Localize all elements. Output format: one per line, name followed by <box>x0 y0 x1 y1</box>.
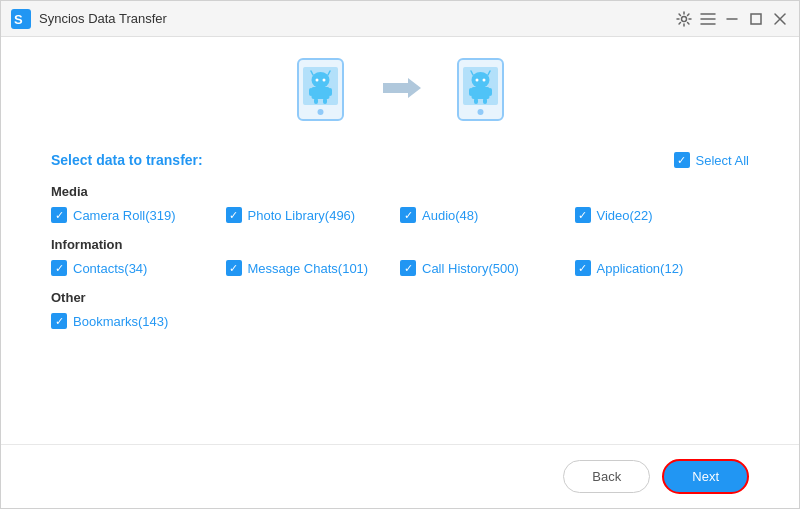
svg-rect-20 <box>328 88 332 96</box>
list-item[interactable]: ✓Message Chats(101) <box>226 260 401 276</box>
select-data-label: Select data to transfer: <box>51 152 203 168</box>
list-item[interactable]: ✓Video(22) <box>575 207 750 223</box>
check-icon: ✓ <box>55 263 64 274</box>
svg-rect-36 <box>483 98 487 104</box>
settings-icon[interactable] <box>675 10 693 28</box>
category-title-1: Information <box>51 237 749 252</box>
svg-rect-35 <box>474 98 478 104</box>
items-row-0: ✓Camera Roll(319)✓Photo Library(496)✓Aud… <box>51 207 749 223</box>
list-item[interactable]: ✓Photo Library(496) <box>226 207 401 223</box>
select-header: Select data to transfer: ✓ Select All <box>51 152 749 168</box>
list-item <box>226 313 401 329</box>
svg-rect-7 <box>751 14 761 24</box>
checkbox-0-2[interactable]: ✓ <box>400 207 416 223</box>
list-item[interactable]: ✓Camera Roll(319) <box>51 207 226 223</box>
category-title-2: Other <box>51 290 749 305</box>
check-icon: ✓ <box>578 263 587 274</box>
bottom-bar: Back Next <box>1 444 799 508</box>
check-icon: ✓ <box>404 210 413 221</box>
item-label-1-2[interactable]: Call History(500) <box>422 261 519 276</box>
list-item[interactable]: ✓Call History(500) <box>400 260 575 276</box>
item-label-1-1[interactable]: Message Chats(101) <box>248 261 369 276</box>
checkbox-1-1[interactable]: ✓ <box>226 260 242 276</box>
svg-point-15 <box>322 79 325 82</box>
minimize-icon[interactable] <box>723 10 741 28</box>
transfer-arrow <box>378 73 423 107</box>
svg-point-27 <box>471 72 489 88</box>
svg-point-29 <box>482 79 485 82</box>
svg-point-12 <box>317 109 323 115</box>
app-logo: S <box>11 9 31 29</box>
item-label-2-0[interactable]: Bookmarks(143) <box>73 314 168 329</box>
app-title: Syncios Data Transfer <box>39 11 675 26</box>
items-row-1: ✓Contacts(34)✓Message Chats(101)✓Call Hi… <box>51 260 749 276</box>
window-controls <box>675 10 789 28</box>
list-item[interactable]: ✓Contacts(34) <box>51 260 226 276</box>
checkbox-0-3[interactable]: ✓ <box>575 207 591 223</box>
check-icon: ✓ <box>229 210 238 221</box>
select-all-checkbox[interactable]: ✓ <box>674 152 690 168</box>
svg-rect-18 <box>311 87 329 99</box>
check-icon: ✓ <box>55 210 64 221</box>
checkbox-0-1[interactable]: ✓ <box>226 207 242 223</box>
category-information: Information✓Contacts(34)✓Message Chats(1… <box>51 237 749 276</box>
svg-point-13 <box>311 72 329 88</box>
item-label-0-1[interactable]: Photo Library(496) <box>248 208 356 223</box>
checkbox-0-0[interactable]: ✓ <box>51 207 67 223</box>
category-other: Other✓Bookmarks(143) <box>51 290 749 329</box>
device-transfer-area <box>51 57 749 132</box>
item-label-1-3[interactable]: Application(12) <box>597 261 684 276</box>
checkbox-check-icon: ✓ <box>677 155 686 166</box>
svg-rect-34 <box>488 88 492 96</box>
checkbox-2-0[interactable]: ✓ <box>51 313 67 329</box>
svg-marker-23 <box>383 78 421 98</box>
svg-rect-32 <box>471 87 489 99</box>
category-title-0: Media <box>51 184 749 199</box>
main-content: Select data to transfer: ✓ Select All Me… <box>1 37 799 444</box>
check-icon: ✓ <box>404 263 413 274</box>
svg-point-28 <box>475 79 478 82</box>
svg-text:S: S <box>14 12 23 27</box>
back-button[interactable]: Back <box>563 460 650 493</box>
target-device <box>453 57 508 122</box>
svg-point-14 <box>315 79 318 82</box>
svg-rect-19 <box>309 88 313 96</box>
item-label-0-3[interactable]: Video(22) <box>597 208 653 223</box>
category-media: Media✓Camera Roll(319)✓Photo Library(496… <box>51 184 749 223</box>
list-item[interactable]: ✓Audio(48) <box>400 207 575 223</box>
check-icon: ✓ <box>229 263 238 274</box>
list-item[interactable]: ✓Bookmarks(143) <box>51 313 226 329</box>
svg-point-26 <box>477 109 483 115</box>
check-icon: ✓ <box>578 210 587 221</box>
checkbox-1-0[interactable]: ✓ <box>51 260 67 276</box>
checkbox-1-3[interactable]: ✓ <box>575 260 591 276</box>
maximize-icon[interactable] <box>747 10 765 28</box>
list-item <box>400 313 575 329</box>
check-icon: ✓ <box>55 316 64 327</box>
svg-rect-33 <box>469 88 473 96</box>
svg-point-2 <box>682 16 687 21</box>
next-button[interactable]: Next <box>662 459 749 494</box>
list-item <box>575 313 750 329</box>
list-item[interactable]: ✓Application(12) <box>575 260 750 276</box>
select-all-container[interactable]: ✓ Select All <box>674 152 749 168</box>
items-row-2: ✓Bookmarks(143) <box>51 313 749 329</box>
item-label-0-2[interactable]: Audio(48) <box>422 208 478 223</box>
svg-rect-21 <box>314 98 318 104</box>
menu-icon[interactable] <box>699 10 717 28</box>
categories-container: Media✓Camera Roll(319)✓Photo Library(496… <box>51 184 749 343</box>
checkbox-1-2[interactable]: ✓ <box>400 260 416 276</box>
svg-rect-22 <box>323 98 327 104</box>
item-label-0-0[interactable]: Camera Roll(319) <box>73 208 176 223</box>
item-label-1-0[interactable]: Contacts(34) <box>73 261 147 276</box>
source-device <box>293 57 348 122</box>
close-icon[interactable] <box>771 10 789 28</box>
title-bar: S Syncios Data Transfer <box>1 1 799 37</box>
select-all-label[interactable]: Select All <box>696 153 749 168</box>
